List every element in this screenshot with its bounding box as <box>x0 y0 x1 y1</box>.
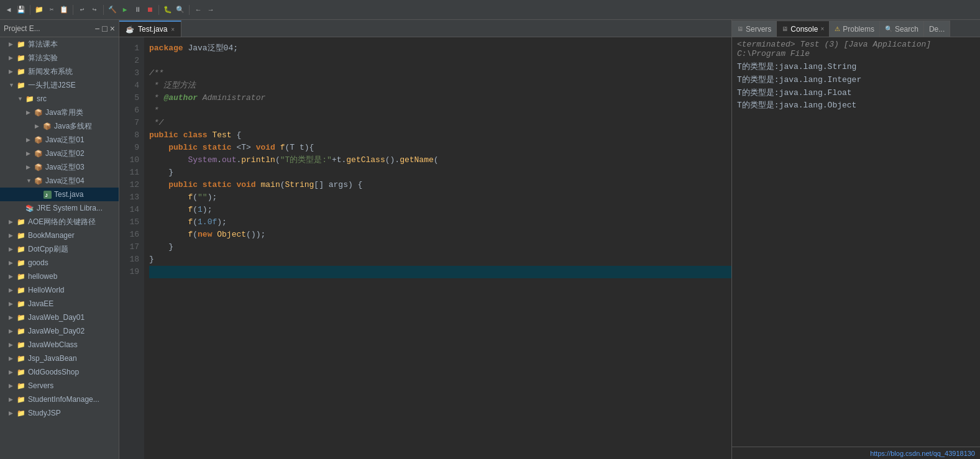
sidebar-tree-item[interactable]: ▶📁Jsp_JavaBean <box>0 352 119 365</box>
code-token: Administrator <box>198 92 265 104</box>
code-line: package Java泛型04; <box>149 42 731 55</box>
code-token <box>256 179 261 191</box>
editor-tab-test-java[interactable]: ☕ Test.java × <box>119 20 181 37</box>
code-line: */ <box>149 117 731 129</box>
toolbar-pause-icon[interactable]: ⏸ <box>132 5 142 15</box>
sidebar-tree-item[interactable]: ▶📁StudentInfoManage... <box>0 393 119 406</box>
sidebar-tree-item[interactable]: ▶📦Java泛型03 <box>0 160 119 174</box>
tree-item-icon: 📁 <box>25 94 35 104</box>
code-token: ( <box>193 204 198 216</box>
tree-item-icon: 📦 <box>34 107 44 117</box>
tree-item-icon: 📁 <box>16 244 26 254</box>
sidebar-tree-item[interactable]: ▶📁JavaWebClass <box>0 338 119 352</box>
sidebar-tree-item[interactable]: ▶📁helloweb <box>0 270 119 283</box>
sidebar-tree-item[interactable]: ▶📁OldGoodsShop <box>0 365 119 379</box>
toolbar-separator-3 <box>103 5 104 15</box>
sidebar-tree-item[interactable]: ▶📁goods <box>0 256 119 270</box>
code-token: 1 <box>198 204 203 216</box>
tree-item-arrow: ▶ <box>9 232 16 239</box>
sidebar-tree-item[interactable]: ▼📁一头扎进J2SE <box>0 78 119 92</box>
toolbar-icon-prev[interactable]: ← <box>193 5 203 15</box>
toolbar-stop-icon[interactable]: ⏹ <box>145 5 155 15</box>
sidebar-tree-item[interactable]: ▶📁JavaWeb_Day01 <box>0 311 119 324</box>
toolbar-redo-icon[interactable]: ↪ <box>89 5 99 15</box>
sidebar-tree-item[interactable]: ▶📁StudyJSP <box>0 406 119 420</box>
tree-item-arrow: ▶ <box>9 369 16 375</box>
sidebar-tree-item[interactable]: ▶📁BookManager <box>0 229 119 242</box>
sidebar-tree-item[interactable]: ▶📦Java泛型02 <box>0 147 119 160</box>
editor-content[interactable]: 12345678910111213141516171819 package Ja… <box>119 37 731 459</box>
sidebar-tree-item[interactable]: ▶📁JavaEE <box>0 297 119 311</box>
code-line: } <box>149 241 731 253</box>
toolbar-icon-2[interactable]: 💾 <box>16 5 26 15</box>
sidebar-tree-item[interactable]: JTest.java <box>0 188 119 201</box>
toolbar-icon-5[interactable]: 📋 <box>59 5 69 15</box>
sidebar-tree-item[interactable]: ▶📁HelloWorld <box>0 283 119 297</box>
toolbar-icon-3[interactable]: 📁 <box>34 5 44 15</box>
code-token: void <box>236 179 255 191</box>
sidebar-tree-item[interactable]: ▶📦Java常用类 <box>0 106 119 119</box>
right-tab-console[interactable]: 🖥 Console × <box>777 20 830 37</box>
right-tab-problems[interactable]: ⚠ Problems <box>830 20 880 37</box>
code-token: public <box>149 129 178 142</box>
tree-item-icon: 📁 <box>16 39 26 49</box>
sidebar-tree-item[interactable]: ▶📁算法课本 <box>0 37 119 51</box>
sidebar-tree-item[interactable]: ▼📦Java泛型04 <box>0 174 119 188</box>
sidebar-tree-item[interactable]: ▶📦Java多线程 <box>0 119 119 133</box>
toolbar-icon-4[interactable]: ✂ <box>47 5 57 15</box>
tree-item-label: Java泛型03 <box>45 162 85 173</box>
right-tab-search[interactable]: 🔍 Search <box>880 20 924 37</box>
console-tab-close-icon[interactable]: × <box>820 25 824 32</box>
tree-item-icon: 📁 <box>16 394 26 404</box>
sidebar-minimize-btn[interactable]: − <box>94 24 99 34</box>
right-tab-debug[interactable]: De... <box>924 20 950 37</box>
sidebar-tree-item[interactable]: ▶📁DotCpp刷题 <box>0 242 119 256</box>
code-token: public <box>168 179 198 191</box>
toolbar-run-icon[interactable]: ▶ <box>120 5 130 15</box>
search-tab-label: Search <box>895 25 918 34</box>
sidebar-header: Project E... − □ × <box>0 20 119 37</box>
code-token <box>149 179 168 191</box>
editor-tab-close-icon[interactable]: × <box>171 26 175 33</box>
sidebar-tree-item[interactable]: ▼📁src <box>0 92 119 106</box>
editor-tabs: ☕ Test.java × <box>119 20 731 37</box>
editor-tab-label: Test.java <box>138 25 167 34</box>
code-token <box>149 154 188 166</box>
right-tab-servers[interactable]: 🖥 Servers <box>732 20 777 37</box>
code-token: { <box>232 129 242 142</box>
sidebar-close-btn[interactable]: × <box>110 24 115 34</box>
toolbar-back-icon[interactable]: ◀ <box>4 5 14 15</box>
sidebar-tree-item[interactable]: ▶📁AOE网络的关键路径 <box>0 215 119 229</box>
sidebar-tree-item[interactable]: 📚JRE System Libra... <box>0 201 119 215</box>
line-number: 2 <box>119 55 144 67</box>
line-number: 18 <box>119 253 144 266</box>
toolbar-icon-next[interactable]: → <box>206 5 216 15</box>
code-token: [] <box>314 179 328 191</box>
code-token: void <box>256 142 275 154</box>
sidebar-maximize-btn[interactable]: □ <box>102 24 107 34</box>
toolbar-build-icon[interactable]: 🔨 <box>108 5 117 15</box>
line-number: 9 <box>119 142 144 154</box>
toolbar-undo-icon[interactable]: ↩ <box>77 5 87 15</box>
console-tab-label: Console <box>790 25 818 34</box>
sidebar: Project E... − □ × ▶📁算法课本▶📁算法实验▶📁新闻发布系统▼… <box>0 20 119 459</box>
sidebar-tree-item[interactable]: ▶📁新闻发布系统 <box>0 65 119 78</box>
line-number: 11 <box>119 166 144 179</box>
code-token: /** <box>149 67 163 80</box>
tree-item-arrow: ▶ <box>9 342 16 348</box>
code-area[interactable]: package Java泛型04;/** * 泛型方法 * @author Ad… <box>144 37 731 459</box>
code-token: println <box>241 154 275 166</box>
footer-link[interactable]: https://blog.csdn.net/qq_43918130 <box>870 450 975 457</box>
toolbar-debug-icon[interactable]: 🐛 <box>163 5 173 15</box>
line-number: 10 <box>119 154 144 166</box>
code-token: . <box>236 154 241 166</box>
code-line <box>149 55 731 67</box>
sidebar-tree-item[interactable]: ▶📦Java泛型01 <box>0 133 119 147</box>
sidebar-tree-item[interactable]: ▶📁Servers <box>0 379 119 393</box>
tree-item-icon: 📁 <box>16 353 26 363</box>
sidebar-tree-item[interactable]: ▶📁算法实验 <box>0 51 119 65</box>
sidebar-tree-item[interactable]: ▶📁JavaWeb_Day02 <box>0 324 119 338</box>
toolbar-search-icon[interactable]: 🔍 <box>175 5 185 15</box>
code-token: . <box>217 154 222 166</box>
console-tab-icon: 🖥 <box>782 25 788 32</box>
